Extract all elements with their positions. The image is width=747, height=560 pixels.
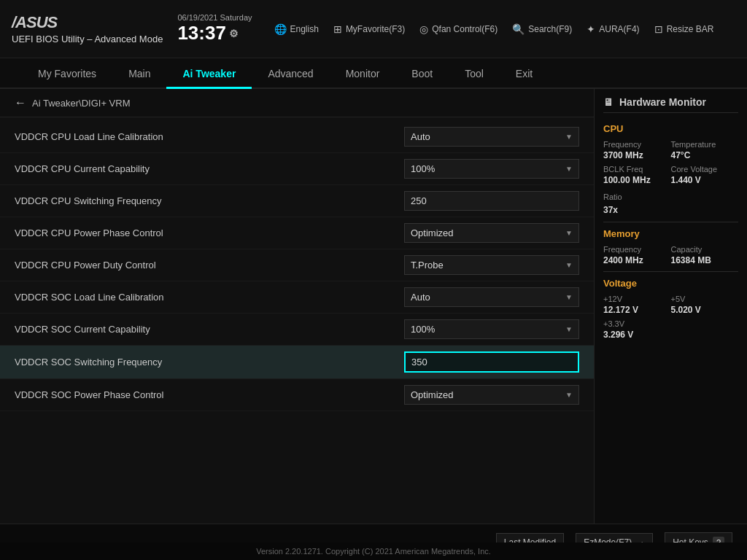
myfavorite-label: MyFavorite(F3) [346, 24, 405, 34]
setting-control-2[interactable] [404, 191, 579, 211]
breadcrumb-bar: ← Ai Tweaker\DIGI+ VRM [0, 89, 594, 117]
setting-label-4: VDDCR CPU Power Duty Control [15, 260, 404, 271]
v5-value: 5.020 V [671, 305, 739, 315]
language-label: English [290, 24, 319, 34]
datetime-block: 06/19/2021 Saturday 13:37 ⚙ [177, 13, 252, 44]
setting-control-1[interactable]: 100% ▼ [404, 159, 579, 179]
setting-row-vddcr-cpu-llc[interactable]: VDDCR CPU Load Line Calibration Auto ▼ [0, 121, 594, 153]
setting-row-vddcr-cpu-cc[interactable]: VDDCR CPU Current Capability 100% ▼ [0, 153, 594, 185]
v5-col: +5V 5.020 V [671, 295, 739, 315]
aura-label: AURA(F4) [599, 24, 639, 34]
setting-control-4[interactable]: T.Probe ▼ [404, 255, 579, 275]
select-value-8: Optimized [411, 389, 454, 400]
settings-list: VDDCR CPU Load Line Calibration Auto ▼ V… [0, 117, 594, 415]
time-settings-icon[interactable]: ⚙ [229, 28, 239, 39]
setting-control-6[interactable]: 100% ▼ [404, 319, 579, 339]
setting-row-vddcr-cpu-ppc[interactable]: VDDCR CPU Power Phase Control Optimized … [0, 217, 594, 249]
input-vddcr-cpu-sf[interactable] [404, 191, 579, 211]
fan-icon: ◎ [419, 23, 428, 35]
setting-control-7[interactable] [404, 351, 579, 373]
v33-col: +3.3V 3.296 V [603, 319, 738, 340]
select-vddcr-soc-cc[interactable]: 100% ▼ [404, 319, 579, 339]
v12-label: +12V [603, 295, 671, 303]
select-vddcr-cpu-cc[interactable]: 100% ▼ [404, 159, 579, 179]
chevron-down-icon-4: ▼ [565, 261, 573, 269]
select-vddcr-cpu-ppc[interactable]: Optimized ▼ [404, 223, 579, 243]
aura-icon: ✦ [587, 23, 595, 35]
select-value-1: 100% [411, 163, 435, 174]
memory-divider [603, 271, 738, 272]
setting-control-5[interactable]: Auto ▼ [404, 287, 579, 307]
chevron-down-icon-6: ▼ [565, 325, 573, 333]
toolbar-search[interactable]: 🔍 Search(F9) [512, 23, 572, 35]
time-value: 13:37 [177, 22, 226, 44]
input-vddcr-soc-sf[interactable] [404, 351, 579, 373]
v12-value: 12.172 V [603, 305, 671, 315]
setting-control-0[interactable]: Auto ▼ [404, 127, 579, 147]
ratio-value: 37x [603, 205, 618, 215]
memory-capacity-label: Capacity [671, 245, 739, 254]
tab-exit[interactable]: Exit [500, 61, 549, 89]
favorite-icon: ⊞ [333, 23, 342, 35]
toolbar-resize-bar[interactable]: ⊡ Resize BAR [654, 23, 714, 35]
select-value-5: Auto [411, 292, 430, 303]
toolbar-qfan[interactable]: ◎ Qfan Control(F6) [419, 23, 498, 35]
select-vddcr-soc-ppc[interactable]: Optimized ▼ [404, 385, 579, 405]
tab-monitor[interactable]: Monitor [330, 61, 396, 89]
tab-tool[interactable]: Tool [449, 61, 500, 89]
hardware-monitor-panel: 🖥 Hardware Monitor CPU Frequency 3700 MH… [594, 89, 747, 524]
hw-monitor-title-text: Hardware Monitor [619, 96, 706, 108]
voltage-33-row: +3.3V 3.296 V [603, 319, 738, 340]
bclk-label: BCLK Freq [603, 165, 671, 174]
setting-label-2: VDDCR CPU Switching Frequency [15, 195, 404, 206]
toolbar-myfavorite[interactable]: ⊞ MyFavorite(F3) [333, 23, 405, 35]
tab-boot[interactable]: Boot [395, 61, 449, 89]
setting-control-8[interactable]: Optimized ▼ [404, 385, 579, 405]
tab-advanced[interactable]: Advanced [252, 61, 329, 89]
version-text: Version 2.20.1271. Copyright (C) 2021 Am… [256, 547, 491, 556]
setting-label-3: VDDCR CPU Power Phase Control [15, 228, 404, 238]
cpu-corevoltage-col: Core Voltage 1.440 V [671, 165, 739, 185]
chevron-down-icon-8: ▼ [565, 391, 573, 399]
memory-frequency-label: Frequency [603, 245, 671, 254]
toolbar: 🌐 English ⊞ MyFavorite(F3) ◎ Qfan Contro… [274, 23, 735, 35]
globe-icon: 🌐 [274, 23, 287, 35]
tab-main[interactable]: Main [112, 61, 166, 89]
core-voltage-value: 1.440 V [671, 175, 739, 185]
setting-row-vddcr-soc-cc[interactable]: VDDCR SOC Current Capability 100% ▼ [0, 314, 594, 346]
setting-row-vddcr-cpu-pdc[interactable]: VDDCR CPU Power Duty Control T.Probe ▼ [0, 249, 594, 281]
setting-row-vddcr-soc-sf[interactable]: VDDCR SOC Switching Frequency [0, 346, 594, 379]
tab-my-favorites[interactable]: My Favorites [22, 61, 112, 89]
memory-frequency-col: Frequency 2400 MHz [603, 245, 671, 265]
main-layout: ← Ai Tweaker\DIGI+ VRM VDDCR CPU Load Li… [0, 89, 747, 524]
v33-label: +3.3V [603, 319, 738, 328]
cpu-frequency-label: Frequency [603, 140, 671, 149]
monitor-icon: 🖥 [603, 96, 614, 108]
setting-row-vddcr-cpu-sf[interactable]: VDDCR CPU Switching Frequency [0, 185, 594, 217]
toolbar-aura[interactable]: ✦ AURA(F4) [587, 23, 639, 35]
setting-label-1: VDDCR CPU Current Capability [15, 163, 404, 174]
qfan-label: Qfan Control(F6) [432, 24, 498, 34]
cpu-section-title: CPU [603, 123, 738, 134]
setting-row-vddcr-soc-ppc[interactable]: VDDCR SOC Power Phase Control Optimized … [0, 379, 594, 411]
header: /ASUS UEFI BIOS Utility – Advanced Mode … [0, 0, 747, 58]
nav-bar: My Favorites Main Ai Tweaker Advanced Mo… [0, 58, 747, 89]
search-label: Search(F9) [528, 24, 572, 34]
resize-label: Resize BAR [667, 24, 714, 34]
toolbar-language[interactable]: 🌐 English [274, 23, 319, 35]
resize-icon: ⊡ [654, 23, 663, 35]
back-button[interactable]: ← [15, 96, 26, 109]
select-vddcr-cpu-pdc[interactable]: T.Probe ▼ [404, 255, 579, 275]
cpu-temperature-value: 47°C [671, 150, 739, 160]
setting-control-3[interactable]: Optimized ▼ [404, 223, 579, 243]
setting-row-vddcr-soc-llc[interactable]: VDDCR SOC Load Line Calibration Auto ▼ [0, 281, 594, 314]
memory-capacity-col: Capacity 16384 MB [671, 245, 739, 265]
tab-ai-tweaker[interactable]: Ai Tweaker [166, 61, 252, 89]
select-value-3: Optimized [411, 228, 454, 238]
memory-frequency-value: 2400 MHz [603, 255, 671, 265]
setting-label-6: VDDCR SOC Current Capability [15, 324, 404, 335]
setting-label-8: VDDCR SOC Power Phase Control [15, 389, 404, 400]
bios-title: UEFI BIOS Utility – Advanced Mode [12, 34, 163, 44]
select-vddcr-cpu-llc[interactable]: Auto ▼ [404, 127, 579, 147]
select-vddcr-soc-llc[interactable]: Auto ▼ [404, 287, 579, 307]
